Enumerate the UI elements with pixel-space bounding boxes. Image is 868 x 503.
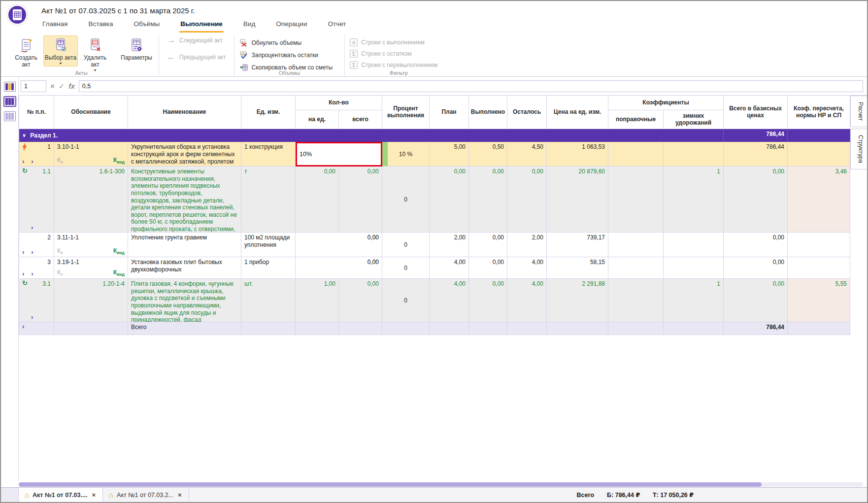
row3-num: 3: [47, 259, 51, 266]
row31-name: Плита газовая, 4 конфорки, чугунные реше…: [128, 279, 241, 322]
view-rail: [1, 77, 19, 481]
app-window: Акт №1 от 07.03.2025 с 1 по 31 марта 202…: [0, 0, 868, 503]
kind-badge[interactable]: Кинд: [113, 247, 125, 255]
row2-percent: 0: [382, 233, 430, 257]
percent-remainders-label: Запроцентовать остатки: [252, 52, 318, 59]
row11-code: 1.6-1-300: [54, 167, 128, 233]
ribbon-tab-bar: Главная Вставка Объёмы Выполнение Вид Оп…: [1, 19, 867, 33]
grid-row-2[interactable]: 2 › › 3.11-1-1 Кп Кинд: [19, 233, 850, 257]
row31-done: 0,00: [469, 279, 507, 322]
delete-act-button[interactable]: Удалить акт ▼: [78, 35, 112, 73]
kp-badge[interactable]: Кп: [57, 157, 63, 165]
grid-row-3[interactable]: 3 › › 3.19-1-1 Кп Кинд: [19, 257, 850, 279]
view-toggle-selected[interactable]: [4, 97, 16, 106]
create-act-button[interactable]: Создать акт: [9, 35, 43, 70]
ribbon-group-nav: → Следующий акт ← Предыдущий акт: [159, 34, 234, 76]
grid-row-1-1[interactable]: ↻ 1.1 › 1.6-1-300 Конструктивные элемент…: [19, 167, 850, 233]
expand-icon[interactable]: ›: [31, 271, 33, 277]
fx-icon[interactable]: fx: [68, 82, 74, 90]
row2-plan: 2,00: [430, 233, 469, 257]
side-tab-calc[interactable]: Расчет: [850, 96, 867, 127]
tab-otchet[interactable]: Отчет: [327, 18, 347, 33]
header-left: Осталось: [507, 96, 547, 129]
kind-badge[interactable]: Кинд: [113, 157, 125, 165]
select-act-label: Выбор акта: [45, 54, 76, 61]
row1-price: 1 063,53: [547, 142, 608, 167]
header-qty-group: Кол-во: [296, 96, 382, 110]
arrow-right-icon: →: [167, 35, 175, 45]
grid-total-row[interactable]: › Всего 786,44: [19, 322, 850, 335]
row11-total: 0,00: [724, 167, 788, 233]
tab-vid[interactable]: Вид: [242, 18, 256, 33]
scrollbar-thumb[interactable]: [19, 482, 762, 487]
view-toggle-columns[interactable]: [4, 82, 16, 92]
side-tab-structure[interactable]: Структура: [850, 129, 867, 169]
grid-row-1[interactable]: 1 › › 3.10-1-1 Кп Кинд: [19, 142, 850, 167]
select-act-button[interactable]: Выбор акта ▼: [43, 35, 78, 67]
close-icon[interactable]: ×: [177, 491, 183, 499]
section-row[interactable]: ∨ Раздел 1. 786,44: [19, 129, 850, 142]
section-title-cell: ∨ Раздел 1.: [19, 129, 724, 142]
prev-act-label: Предыдущий акт: [179, 54, 226, 61]
params-button[interactable]: Параметры: [119, 35, 154, 63]
tab-vstavka[interactable]: Вставка: [87, 18, 114, 33]
row11-percent: 0: [382, 167, 430, 233]
delete-act-label: Удалить акт: [79, 54, 111, 68]
expand-icon[interactable]: ›: [31, 159, 33, 165]
tab-glavnaya[interactable]: Главная: [41, 18, 68, 33]
expand-icon[interactable]: ›: [22, 324, 24, 330]
document-tab-1[interactable]: ⌂ Акт №1 от 07.03.... ×: [19, 488, 103, 502]
row3-basis-cell: 3.19-1-1 Кп Кинд: [54, 257, 128, 279]
kind-badge[interactable]: Кинд: [113, 269, 125, 277]
row2-coef-winter: [664, 233, 724, 257]
row3-code: 3.19-1-1: [57, 259, 125, 266]
row2-coef-corr: [608, 233, 664, 257]
collapse-section-icon[interactable]: ∨: [22, 133, 26, 138]
expand-icon[interactable]: ›: [22, 159, 24, 165]
row11-name: Конструктивные элементы вспомогательного…: [128, 167, 241, 233]
percent-remainders-icon: 100: [239, 51, 248, 60]
expand-icon[interactable]: ›: [31, 225, 33, 231]
tab-vypolnenie[interactable]: Выполнение: [179, 18, 224, 33]
scrollbar-track[interactable]: [19, 482, 863, 487]
qty-edit-cell[interactable]: 10%: [296, 142, 382, 167]
expand-icon[interactable]: ›: [31, 249, 33, 255]
kp-badge[interactable]: Кп: [57, 247, 63, 255]
document-tab-2[interactable]: ⌂ Акт №1 от 07.03.2... ×: [103, 488, 189, 502]
document-tab-2-label: Акт №1 от 07.03.2...: [117, 492, 173, 499]
expand-icon[interactable]: ›: [31, 314, 33, 320]
header-plan: План: [430, 96, 469, 129]
row11-price: 20 879,60: [547, 167, 608, 233]
percent-remainders-button[interactable]: 100 Запроцентовать остатки: [239, 51, 333, 60]
tab-operacii[interactable]: Операции: [275, 18, 308, 33]
row1-recalc: [788, 142, 850, 167]
bottom-bar: ⌂ Акт №1 от 07.03.... × ⌂ Акт №1 от 07.0…: [1, 487, 867, 502]
formula-input[interactable]: [79, 80, 863, 92]
kp-badge[interactable]: Кп: [57, 269, 63, 277]
delete-act-icon: [88, 37, 102, 53]
app-logo-icon[interactable]: [7, 4, 28, 25]
expand-icon[interactable]: ›: [22, 271, 24, 277]
confirm-icon[interactable]: ✓: [59, 82, 65, 91]
row3-coef-corr: [608, 257, 664, 279]
next-act-button: → Следующий акт: [167, 35, 226, 45]
row11-qty-total: 0,00: [339, 167, 382, 233]
row2-basis-cell: 3.11-1-1 Кп Кинд: [54, 233, 128, 257]
tab-obyomy[interactable]: Объёмы: [133, 18, 161, 33]
close-icon[interactable]: ×: [91, 491, 97, 499]
cancel-icon[interactable]: ×: [50, 82, 55, 90]
grid-row-3-1[interactable]: ↻ 3.1 › 1.20-1-4 Плита газовая, 4 конфор…: [19, 279, 850, 322]
zero-volumes-button[interactable]: 0 Обнулить объемы: [239, 38, 333, 47]
row2-qty-cell[interactable]: 0,00: [296, 233, 382, 257]
select-act-dropdown-icon[interactable]: ▼: [59, 62, 63, 65]
expand-icon[interactable]: ›: [22, 249, 24, 255]
row1-name: Укрупнительная сборка и установка констр…: [128, 142, 241, 167]
row-number-input[interactable]: [21, 80, 46, 92]
cycle-icon: ↻: [22, 168, 28, 173]
rows-with-done-button: ≡ Строки с выполнением: [350, 38, 437, 46]
prev-act-button: ← Предыдущий акт: [167, 52, 226, 62]
row3-qty-cell[interactable]: 0,00: [296, 257, 382, 279]
row1-basis-cell: 3.10-1-1 Кп Кинд: [54, 142, 128, 167]
view-toggle-list[interactable]: [4, 111, 16, 121]
select-act-icon: [53, 37, 68, 53]
